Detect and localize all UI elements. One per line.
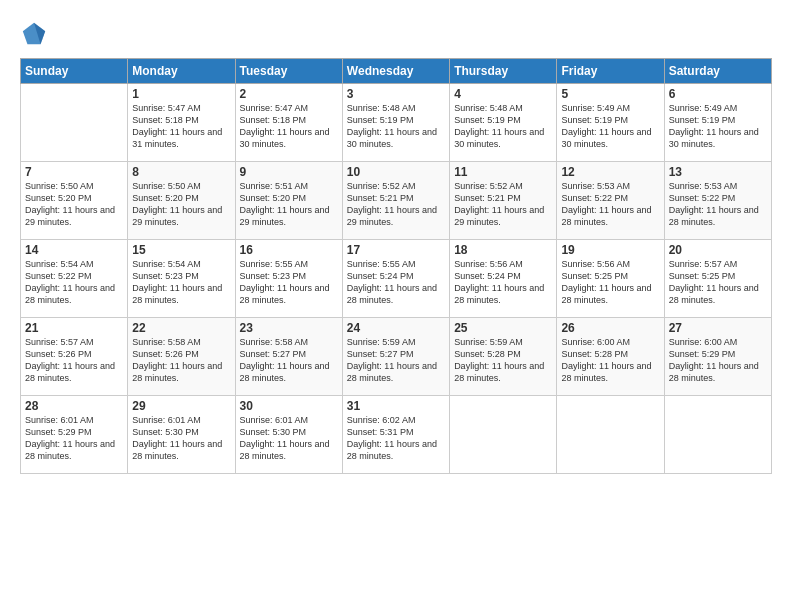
cell-info: Sunrise: 6:02 AMSunset: 5:31 PMDaylight:… xyxy=(347,415,437,461)
cell-info: Sunrise: 5:59 AMSunset: 5:28 PMDaylight:… xyxy=(454,337,544,383)
cell-info: Sunrise: 5:47 AMSunset: 5:18 PMDaylight:… xyxy=(240,103,330,149)
day-cell xyxy=(450,396,557,474)
day-cell: 27Sunrise: 6:00 AMSunset: 5:29 PMDayligh… xyxy=(664,318,771,396)
week-row: 14Sunrise: 5:54 AMSunset: 5:22 PMDayligh… xyxy=(21,240,772,318)
cell-info: Sunrise: 5:57 AMSunset: 5:26 PMDaylight:… xyxy=(25,337,115,383)
logo xyxy=(20,20,52,48)
cell-info: Sunrise: 5:50 AMSunset: 5:20 PMDaylight:… xyxy=(25,181,115,227)
day-cell xyxy=(664,396,771,474)
day-cell: 26Sunrise: 6:00 AMSunset: 5:28 PMDayligh… xyxy=(557,318,664,396)
day-header: Monday xyxy=(128,59,235,84)
day-cell: 19Sunrise: 5:56 AMSunset: 5:25 PMDayligh… xyxy=(557,240,664,318)
day-number: 23 xyxy=(240,321,338,335)
header xyxy=(20,15,772,48)
cell-info: Sunrise: 5:54 AMSunset: 5:22 PMDaylight:… xyxy=(25,259,115,305)
day-number: 12 xyxy=(561,165,659,179)
cell-info: Sunrise: 5:56 AMSunset: 5:25 PMDaylight:… xyxy=(561,259,651,305)
day-number: 24 xyxy=(347,321,445,335)
day-header: Wednesday xyxy=(342,59,449,84)
cell-info: Sunrise: 6:01 AMSunset: 5:30 PMDaylight:… xyxy=(132,415,222,461)
cell-info: Sunrise: 5:57 AMSunset: 5:25 PMDaylight:… xyxy=(669,259,759,305)
day-cell: 8Sunrise: 5:50 AMSunset: 5:20 PMDaylight… xyxy=(128,162,235,240)
day-number: 16 xyxy=(240,243,338,257)
day-number: 11 xyxy=(454,165,552,179)
day-number: 21 xyxy=(25,321,123,335)
week-row: 1Sunrise: 5:47 AMSunset: 5:18 PMDaylight… xyxy=(21,84,772,162)
day-cell: 25Sunrise: 5:59 AMSunset: 5:28 PMDayligh… xyxy=(450,318,557,396)
day-cell: 28Sunrise: 6:01 AMSunset: 5:29 PMDayligh… xyxy=(21,396,128,474)
cell-info: Sunrise: 5:48 AMSunset: 5:19 PMDaylight:… xyxy=(454,103,544,149)
day-header: Thursday xyxy=(450,59,557,84)
day-number: 1 xyxy=(132,87,230,101)
day-cell: 1Sunrise: 5:47 AMSunset: 5:18 PMDaylight… xyxy=(128,84,235,162)
calendar-table: SundayMondayTuesdayWednesdayThursdayFrid… xyxy=(20,58,772,474)
cell-info: Sunrise: 5:55 AMSunset: 5:24 PMDaylight:… xyxy=(347,259,437,305)
day-number: 29 xyxy=(132,399,230,413)
cell-info: Sunrise: 5:50 AMSunset: 5:20 PMDaylight:… xyxy=(132,181,222,227)
day-cell: 21Sunrise: 5:57 AMSunset: 5:26 PMDayligh… xyxy=(21,318,128,396)
day-cell xyxy=(21,84,128,162)
day-number: 4 xyxy=(454,87,552,101)
header-row: SundayMondayTuesdayWednesdayThursdayFrid… xyxy=(21,59,772,84)
day-cell: 18Sunrise: 5:56 AMSunset: 5:24 PMDayligh… xyxy=(450,240,557,318)
cell-info: Sunrise: 5:54 AMSunset: 5:23 PMDaylight:… xyxy=(132,259,222,305)
day-number: 26 xyxy=(561,321,659,335)
day-cell: 2Sunrise: 5:47 AMSunset: 5:18 PMDaylight… xyxy=(235,84,342,162)
day-number: 17 xyxy=(347,243,445,257)
day-number: 14 xyxy=(25,243,123,257)
day-cell: 12Sunrise: 5:53 AMSunset: 5:22 PMDayligh… xyxy=(557,162,664,240)
day-cell: 16Sunrise: 5:55 AMSunset: 5:23 PMDayligh… xyxy=(235,240,342,318)
day-cell: 10Sunrise: 5:52 AMSunset: 5:21 PMDayligh… xyxy=(342,162,449,240)
cell-info: Sunrise: 6:01 AMSunset: 5:29 PMDaylight:… xyxy=(25,415,115,461)
day-cell: 3Sunrise: 5:48 AMSunset: 5:19 PMDaylight… xyxy=(342,84,449,162)
day-cell: 7Sunrise: 5:50 AMSunset: 5:20 PMDaylight… xyxy=(21,162,128,240)
day-cell: 15Sunrise: 5:54 AMSunset: 5:23 PMDayligh… xyxy=(128,240,235,318)
day-cell: 14Sunrise: 5:54 AMSunset: 5:22 PMDayligh… xyxy=(21,240,128,318)
day-cell: 9Sunrise: 5:51 AMSunset: 5:20 PMDaylight… xyxy=(235,162,342,240)
day-header: Friday xyxy=(557,59,664,84)
calendar-page: SundayMondayTuesdayWednesdayThursdayFrid… xyxy=(0,0,792,612)
day-number: 22 xyxy=(132,321,230,335)
day-cell: 24Sunrise: 5:59 AMSunset: 5:27 PMDayligh… xyxy=(342,318,449,396)
day-number: 28 xyxy=(25,399,123,413)
cell-info: Sunrise: 5:47 AMSunset: 5:18 PMDaylight:… xyxy=(132,103,222,149)
cell-info: Sunrise: 5:58 AMSunset: 5:27 PMDaylight:… xyxy=(240,337,330,383)
day-number: 31 xyxy=(347,399,445,413)
day-number: 3 xyxy=(347,87,445,101)
cell-info: Sunrise: 5:59 AMSunset: 5:27 PMDaylight:… xyxy=(347,337,437,383)
day-cell xyxy=(557,396,664,474)
day-header: Sunday xyxy=(21,59,128,84)
cell-info: Sunrise: 6:00 AMSunset: 5:28 PMDaylight:… xyxy=(561,337,651,383)
cell-info: Sunrise: 5:53 AMSunset: 5:22 PMDaylight:… xyxy=(669,181,759,227)
cell-info: Sunrise: 5:56 AMSunset: 5:24 PMDaylight:… xyxy=(454,259,544,305)
day-number: 13 xyxy=(669,165,767,179)
day-number: 20 xyxy=(669,243,767,257)
cell-info: Sunrise: 6:01 AMSunset: 5:30 PMDaylight:… xyxy=(240,415,330,461)
cell-info: Sunrise: 5:51 AMSunset: 5:20 PMDaylight:… xyxy=(240,181,330,227)
cell-info: Sunrise: 5:52 AMSunset: 5:21 PMDaylight:… xyxy=(347,181,437,227)
cell-info: Sunrise: 6:00 AMSunset: 5:29 PMDaylight:… xyxy=(669,337,759,383)
day-number: 5 xyxy=(561,87,659,101)
cell-info: Sunrise: 5:52 AMSunset: 5:21 PMDaylight:… xyxy=(454,181,544,227)
cell-info: Sunrise: 5:55 AMSunset: 5:23 PMDaylight:… xyxy=(240,259,330,305)
cell-info: Sunrise: 5:49 AMSunset: 5:19 PMDaylight:… xyxy=(669,103,759,149)
day-cell: 11Sunrise: 5:52 AMSunset: 5:21 PMDayligh… xyxy=(450,162,557,240)
day-cell: 22Sunrise: 5:58 AMSunset: 5:26 PMDayligh… xyxy=(128,318,235,396)
day-number: 30 xyxy=(240,399,338,413)
cell-info: Sunrise: 5:48 AMSunset: 5:19 PMDaylight:… xyxy=(347,103,437,149)
day-cell: 30Sunrise: 6:01 AMSunset: 5:30 PMDayligh… xyxy=(235,396,342,474)
day-header: Saturday xyxy=(664,59,771,84)
day-number: 10 xyxy=(347,165,445,179)
day-cell: 29Sunrise: 6:01 AMSunset: 5:30 PMDayligh… xyxy=(128,396,235,474)
day-number: 2 xyxy=(240,87,338,101)
day-cell: 6Sunrise: 5:49 AMSunset: 5:19 PMDaylight… xyxy=(664,84,771,162)
day-number: 18 xyxy=(454,243,552,257)
day-number: 15 xyxy=(132,243,230,257)
day-cell: 4Sunrise: 5:48 AMSunset: 5:19 PMDaylight… xyxy=(450,84,557,162)
cell-info: Sunrise: 5:49 AMSunset: 5:19 PMDaylight:… xyxy=(561,103,651,149)
day-number: 8 xyxy=(132,165,230,179)
day-number: 7 xyxy=(25,165,123,179)
day-cell: 5Sunrise: 5:49 AMSunset: 5:19 PMDaylight… xyxy=(557,84,664,162)
logo-icon xyxy=(20,20,48,48)
day-number: 27 xyxy=(669,321,767,335)
